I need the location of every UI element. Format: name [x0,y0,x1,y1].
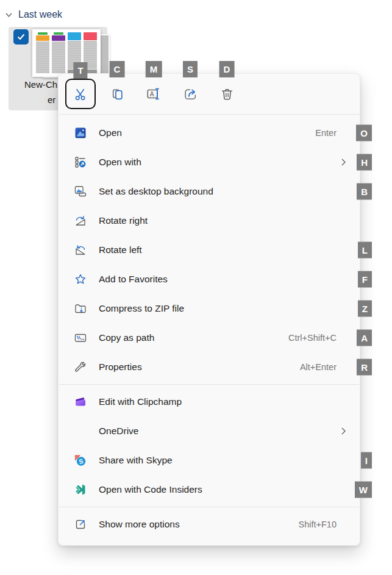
copy-button[interactable]: C [102,79,132,109]
menu-item-open[interactable]: Open Enter O [59,118,360,148]
submenu-chevron-icon [341,158,350,166]
share-button[interactable]: S [175,79,205,109]
photos-icon [74,127,87,139]
trash-icon [219,87,235,102]
key-hint-badge: S [183,61,198,77]
menu-item-label: Share with Skype [99,455,173,466]
menu-item-label: Rotate right [99,215,148,226]
menu-item-copy-as-path[interactable]: Copy as path Ctrl+Shift+C A [59,323,360,352]
chevron-down-icon[interactable] [5,11,13,19]
copy-path-icon [74,332,87,344]
selection-checkbox[interactable] [13,29,29,45]
file-thumbnail [32,29,101,77]
clipchamp-icon [74,396,87,408]
show-more-options-icon [74,518,87,530]
menu-item-label: Compress to ZIP file [99,303,184,314]
menu-item-set-desktop-background[interactable]: Set as desktop background B [59,177,360,206]
key-hint-badge: Z [358,301,372,317]
menu-separator [59,384,359,385]
key-hint-badge: T [73,62,87,79]
menu-item-show-more-options[interactable]: Show more options Shift+F10 [59,510,360,539]
menu-item-shortcut: Shift+F10 [299,520,350,529]
menu-item-label: OneDrive [99,426,138,437]
group-header-label: Last week [18,9,62,20]
menu-item-shortcut: Alt+Enter [300,362,350,372]
thumb-column [52,32,65,73]
share-icon [183,87,198,102]
explorer-canvas: Last week [0,0,392,575]
rename-icon: A [146,86,162,102]
rotate-right-icon [74,215,87,227]
key-hint-badge: O [356,125,372,141]
rename-button[interactable]: M A [138,79,169,109]
file-name-line2: er [48,95,55,105]
cut-button[interactable]: T [65,79,96,109]
menu-item-label: Show more options [99,519,180,530]
menu-item-shortcut: Enter [315,128,350,138]
menu-item-label: Set as desktop background [99,186,213,197]
menu-item-edit-clipchamp[interactable]: Edit with Clipchamp [59,387,360,416]
key-hint-badge: F [358,271,372,288]
context-menu-list: Open Enter O Open with [59,115,360,545]
desktop-background-icon [74,185,87,198]
wrench-icon [74,361,87,373]
key-hint-badge: R [357,359,372,376]
key-hint-badge: B [357,184,372,200]
menu-item-compress-zip[interactable]: Compress to ZIP file Z [59,294,360,323]
onedrive-icon-placeholder [74,425,87,437]
key-hint-badge: D [219,61,235,77]
context-menu-toolbar: T C M A [59,74,360,115]
menu-item-onedrive[interactable]: OneDrive [59,416,360,446]
key-hint-badge: I [361,452,372,469]
menu-item-label: Copy as path [99,332,154,343]
menu-item-shortcut: Ctrl+Shift+C [288,333,350,343]
menu-item-open-with[interactable]: Open with H [59,148,360,177]
menu-item-label: Add to Favorites [99,274,168,285]
submenu-chevron-icon [341,427,350,435]
menu-item-rotate-left[interactable]: Rotate left L [59,235,360,265]
menu-item-properties[interactable]: Properties Alt+Enter R [59,352,360,382]
key-hint-badge: W [355,482,372,498]
menu-item-label: Properties [99,362,142,373]
code-insiders-icon [74,484,87,496]
thumb-column [36,32,49,73]
key-hint-badge: M [146,61,162,77]
menu-item-share-skype[interactable]: S DEV Share with Skype I [59,446,360,475]
menu-item-add-to-favorites[interactable]: Add to Favorites F [59,265,360,294]
checkmark-icon [16,32,26,41]
file-name-line1: New-Cha [24,79,63,90]
zip-folder-icon [74,302,87,315]
menu-item-label: Edit with Clipchamp [99,396,182,407]
menu-separator [59,507,359,507]
svg-text:A: A [150,91,154,98]
menu-item-rotate-right[interactable]: Rotate right [59,206,360,235]
key-hint-badge: A [357,330,372,346]
key-hint-badge: L [358,242,372,259]
group-header[interactable]: Last week [5,9,62,20]
scissors-icon [73,87,88,102]
skype-icon: S DEV [74,454,87,466]
key-hint-badge: C [110,61,125,77]
menu-item-label: Rotate left [99,245,142,255]
delete-button[interactable]: D [212,79,242,109]
menu-item-label: Open with [99,157,141,168]
star-icon [74,273,87,285]
rotate-left-icon [74,244,87,256]
context-menu: T C M A [58,73,360,546]
key-hint-badge: H [357,154,372,171]
menu-item-open-code-insiders[interactable]: Open with Code Insiders W [59,475,360,504]
menu-item-label: Open [99,127,122,138]
menu-item-label: Open with Code Insiders [99,484,202,495]
copy-icon [110,87,125,102]
open-with-icon [74,156,87,168]
